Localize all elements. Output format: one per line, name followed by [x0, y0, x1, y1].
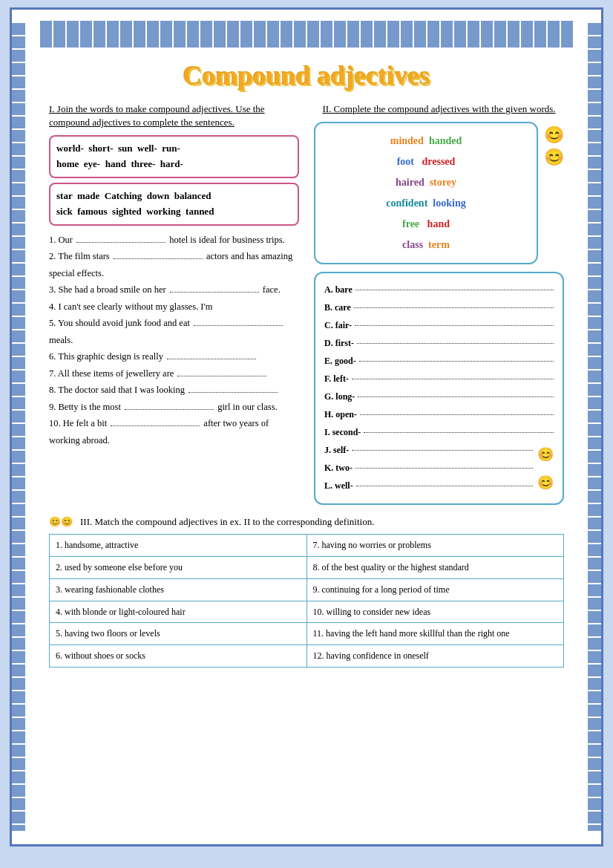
def-right-8: 8. of the best quality or the highest st… [306, 556, 564, 578]
fill-item-f: F. left- [324, 370, 554, 388]
sentence-8: 8. The doctor said that I was looking [49, 382, 299, 399]
fill-dots-b [354, 307, 554, 308]
table-row: 1. handsome, attractive 7. having no wor… [50, 535, 564, 557]
fill-item-a: A. bare [324, 281, 554, 298]
fill-dots-f [352, 379, 554, 379]
fill-dots-e [359, 361, 554, 362]
smileys-fill: 😊 😊 [537, 441, 554, 496]
def-left-4: 4. with blonde or light-coloured hair [50, 601, 307, 623]
def-left-3: 3. wearing fashionable clothes [50, 578, 307, 601]
section1-header: I. Join the words to make compound adjec… [49, 102, 299, 129]
sentences-section: 1. Our hotel is ideal for business trips… [49, 232, 299, 449]
table-row: 2. used by someone else before you 8. of… [50, 556, 564, 578]
smiley-1: 😊 [544, 125, 564, 145]
fill-item-i: I. second- [324, 423, 554, 441]
blank-5 [194, 325, 283, 326]
column-left: I. Join the words to make compound adjec… [49, 102, 299, 505]
def-left-1: 1. handsome, attractive [50, 535, 307, 557]
word-term: term [428, 239, 450, 250]
def-right-10: 10. willing to consider new ideas [306, 601, 564, 623]
sentence-2: 2. The film stars actors and has amazing… [49, 248, 299, 281]
blank-1 [76, 242, 165, 243]
word-dressed: dressed [422, 156, 455, 167]
blank-2 [114, 258, 203, 259]
def-right-7: 7. having no worries or problems [306, 535, 564, 557]
sentence-6: 6. This graphic design is really [49, 348, 299, 365]
match-table: 1. handsome, attractive 7. having no wor… [49, 534, 564, 668]
fill-item-g: G. long- [324, 388, 554, 405]
border-top [40, 21, 573, 34]
def-right-9: 9. continuing for a long period of time [306, 578, 564, 601]
fill-jkl-smileys: J. self- K. two- L. well- [324, 441, 554, 496]
fill-label-d: D. first- [324, 334, 354, 352]
fill-label-a: A. bare [324, 281, 353, 298]
fill-section: A. bare B. care C. fair- D. first- [314, 272, 564, 505]
table-row: 5. having two floors or levels 11. havin… [50, 623, 564, 645]
fill-item-d: D. first- [324, 334, 554, 352]
blank-8 [189, 392, 278, 393]
blank-10 [111, 425, 200, 426]
word-storey: storey [430, 177, 456, 188]
fill-label-b: B. care [324, 298, 351, 316]
column-right: II. Complete the compound adjectives wit… [314, 102, 564, 505]
sentence-3: 3. She had a broad smile on her face. [49, 281, 299, 298]
smileys-right: 😊 😊 [544, 122, 564, 167]
sentence-7: 7. All these items of jewellery are [49, 365, 299, 382]
fill-jkl: J. self- K. two- L. well- [324, 441, 533, 495]
wordbox2: star made Catching down balancedsick fam… [49, 183, 299, 226]
word-handed: handed [429, 135, 462, 146]
sentence-4: 4. I can't see clearly without my glasse… [49, 298, 299, 316]
word-haired: haired [396, 177, 424, 188]
fill-dots-k [355, 468, 533, 469]
wordbox1-text: world- short- sun well- run-home eye- ha… [56, 143, 183, 169]
def-left-5: 5. having two floors or levels [50, 623, 307, 645]
blank-9 [125, 409, 214, 410]
smileys-section3: 😊😊 [49, 516, 73, 528]
fill-label-e: E. good- [324, 352, 356, 370]
fill-item-j: J. self- [324, 441, 533, 459]
fill-item-b: B. care [324, 298, 554, 316]
page-content: Compound adjectives I. Join the words to… [42, 49, 571, 671]
fill-item-l: L. well- [324, 477, 533, 495]
page: Compound adjectives I. Join the words to… [10, 7, 603, 846]
fill-label-h: H. open- [324, 405, 357, 423]
wordbox2-text: star made Catching down balancedsick fam… [56, 190, 214, 217]
blank-7 [177, 376, 266, 376]
fill-label-j: J. self- [324, 441, 349, 459]
match-table-body: 1. handsome, attractive 7. having no wor… [50, 535, 564, 668]
sentence-1: 1. Our hotel is ideal for business trips… [49, 232, 299, 249]
smiley-4: 😊 [537, 469, 554, 496]
fill-dots-i [364, 432, 554, 433]
section3-label: III. Match the compound adjectives in ex… [80, 516, 374, 528]
border-left [12, 23, 25, 831]
def-right-11: 11. having the left hand more skillful t… [306, 623, 564, 645]
fill-dots-a [355, 290, 554, 290]
word-foot: foot [397, 156, 414, 167]
main-two-col: I. Join the words to make compound adjec… [49, 102, 564, 505]
sentence-10: 10. He felt a bit after two years of wor… [49, 415, 299, 448]
blank-3 [170, 292, 259, 293]
def-left-2: 2. used by someone else before you [50, 556, 307, 578]
blank-6 [167, 359, 256, 359]
word-class: class [402, 239, 423, 250]
fill-dots-g [358, 397, 554, 397]
def-right-12: 12. having confidence in oneself [306, 645, 564, 668]
fill-label-i: I. second- [324, 423, 361, 441]
fill-item-c: C. fair- [324, 316, 554, 334]
smiley-2: 😊 [544, 148, 564, 167]
word-free: free [402, 218, 419, 229]
section2-header: II. Complete the compound adjectives wit… [314, 102, 564, 116]
def-left-6: 6. without shoes or socks [50, 645, 307, 668]
fill-label-l: L. well- [324, 477, 353, 495]
table-row: 4. with blonde or light-coloured hair 10… [50, 601, 564, 623]
fill-label-k: K. two- [324, 459, 353, 477]
fill-dots-j [352, 450, 533, 451]
wordbox1: world- short- sun well- run-home eye- ha… [49, 135, 299, 178]
fill-item-e: E. good- [324, 352, 554, 370]
fill-label-c: C. fair- [324, 316, 352, 334]
sentence-5: 5. You should avoid junk food and eat me… [49, 315, 299, 348]
fill-label-f: F. left- [324, 370, 349, 388]
fill-dots-c [355, 325, 554, 326]
table-row: 3. wearing fashionable clothes 9. contin… [50, 578, 564, 601]
word-confident: confident [386, 198, 427, 209]
